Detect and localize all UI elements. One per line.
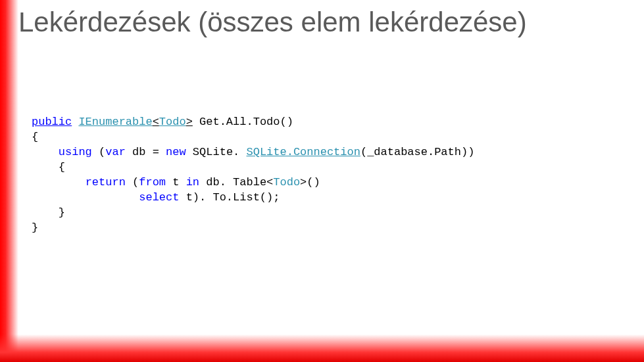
keyword-in: in — [186, 176, 199, 189]
type-sqliteconnection: SQLite.Connection — [247, 146, 360, 158]
left-accent-bar — [0, 0, 18, 362]
type-todo: Todo — [159, 116, 186, 128]
code-text — [72, 116, 78, 128]
code-text: ( — [126, 176, 139, 189]
keyword-using: using — [59, 146, 92, 158]
code-text: db. Table< — [199, 176, 273, 189]
code-text: >() — [300, 176, 320, 189]
indent — [32, 206, 59, 219]
slide-title: Lekérdezések (összes elem lekérdezése) — [18, 7, 527, 38]
code-text: t). To.List(); — [179, 191, 280, 204]
keyword-return: return — [86, 176, 126, 189]
type-todo: Todo — [273, 176, 300, 189]
code-text: t — [166, 176, 186, 189]
keyword-from: from — [139, 176, 166, 189]
brace: { — [59, 161, 65, 173]
method-name: Get.All.Todo() — [199, 116, 293, 128]
bottom-accent-bar — [0, 334, 644, 362]
indent — [32, 176, 86, 189]
indent — [32, 146, 59, 158]
code-text: < — [153, 116, 159, 128]
keyword-public: public — [32, 116, 72, 128]
brace: } — [32, 221, 38, 234]
code-text: > — [186, 116, 193, 128]
indent — [32, 161, 59, 173]
keyword-select: select — [139, 191, 179, 204]
code-block: public IEnumerable<Todo> Get.All.Todo() … — [32, 115, 474, 236]
code-text: (_database.Path)) — [360, 146, 474, 158]
brace: { — [32, 131, 38, 143]
keyword-var: var — [105, 146, 126, 158]
code-text: SQLite. — [186, 146, 247, 158]
keyword-new: new — [166, 146, 186, 158]
type-ienumerable: IEnumerable — [78, 116, 152, 128]
code-text — [193, 116, 199, 128]
code-text: db = — [126, 146, 166, 158]
code-text: ( — [92, 146, 105, 158]
brace: } — [59, 206, 65, 219]
slide: Lekérdezések (összes elem lekérdezése) p… — [0, 0, 644, 362]
indent — [32, 191, 139, 204]
